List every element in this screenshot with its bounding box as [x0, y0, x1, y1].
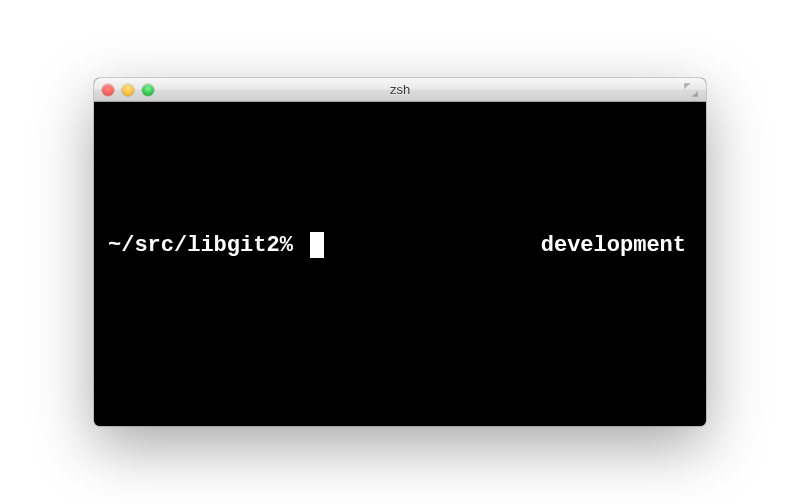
fullscreen-icon[interactable] — [684, 83, 698, 97]
titlebar[interactable]: zsh — [94, 78, 706, 102]
window-title: zsh — [94, 82, 706, 97]
shell-prompt: ~/src/libgit2% — [108, 232, 324, 258]
minimize-icon[interactable] — [122, 84, 134, 96]
terminal-body[interactable]: ~/src/libgit2% development — [94, 102, 706, 426]
prompt-line: ~/src/libgit2% development — [108, 232, 686, 258]
close-icon[interactable] — [102, 84, 114, 96]
right-prompt: development — [541, 233, 686, 258]
terminal-window: zsh ~/src/libgit2% development — [94, 78, 706, 426]
prompt-text: ~/src/libgit2% — [108, 233, 306, 258]
cursor-icon — [310, 232, 324, 258]
maximize-icon[interactable] — [142, 84, 154, 96]
traffic-lights — [102, 84, 154, 96]
